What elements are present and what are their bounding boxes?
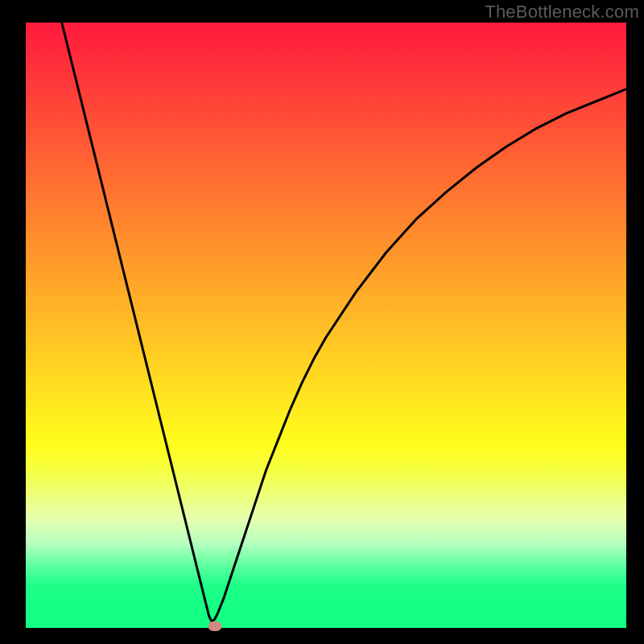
plot-area [26, 23, 626, 628]
watermark-label: TheBottleneck.com [485, 2, 639, 23]
chart-container: TheBottleneck.com [0, 0, 644, 644]
curve-path [62, 23, 626, 621]
minimum-marker [208, 621, 221, 631]
chart-svg [26, 23, 626, 628]
